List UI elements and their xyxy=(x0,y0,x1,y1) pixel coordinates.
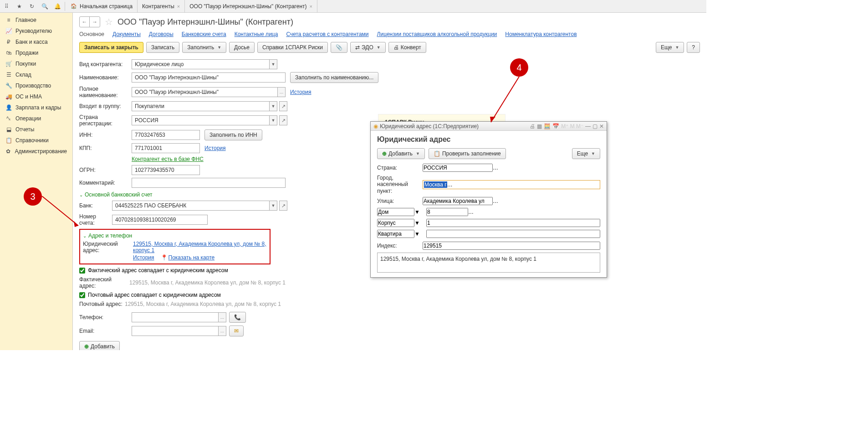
sidebar-item-operations[interactable]: ᴬₖОперации xyxy=(0,113,72,124)
ellipsis-icon[interactable]: … xyxy=(493,165,498,171)
history-link[interactable]: История xyxy=(204,145,226,151)
email-input[interactable] xyxy=(132,326,218,336)
subtab-licenses[interactable]: Лицензии поставщиков алкогольной продукц… xyxy=(377,31,497,37)
calc-icon[interactable]: 🧮 xyxy=(544,123,551,129)
sidebar-item-purchases[interactable]: 🛒Покупки xyxy=(0,58,72,69)
ellipsis-icon[interactable]: … xyxy=(218,312,226,322)
ellipsis-icon[interactable]: … xyxy=(218,326,226,336)
country-input[interactable] xyxy=(132,115,269,125)
print-icon[interactable]: 🖨 xyxy=(530,123,535,129)
name-input[interactable] xyxy=(132,72,286,83)
call-button[interactable]: 📞 xyxy=(229,312,246,323)
subtab-nomenclature[interactable]: Номенклатура контрагентов xyxy=(505,31,577,37)
minimize-icon[interactable]: — xyxy=(585,123,591,129)
address-section[interactable]: ⌄Адрес и телефон xyxy=(83,233,267,239)
tab-counterparties[interactable]: Контрагенты× xyxy=(138,0,185,13)
d-block-input[interactable] xyxy=(426,219,600,227)
ellipsis-icon[interactable]: … xyxy=(468,209,474,215)
envelope-button[interactable]: 🖨 Конверт xyxy=(388,42,426,53)
sidebar-item-production[interactable]: 🔧Производство xyxy=(0,80,72,91)
d-house-input[interactable] xyxy=(426,208,468,216)
account-input[interactable] xyxy=(112,215,208,225)
fact-same-checkbox[interactable] xyxy=(79,268,85,274)
sidebar-item-bank[interactable]: ₽Банк и касса xyxy=(0,36,72,47)
phone-input[interactable] xyxy=(132,312,218,322)
dialog-add-button[interactable]: ⊕ Добавить▼ xyxy=(377,148,425,159)
sidebar-item-admin[interactable]: ✿Администрирование xyxy=(0,146,72,157)
dropdown-icon[interactable]: ▼ xyxy=(269,201,277,211)
type-input[interactable] xyxy=(132,59,269,69)
subtab-settlements[interactable]: Счета расчетов с контрагентами xyxy=(286,31,368,37)
sidebar-item-hr[interactable]: 👤Зарплата и кадры xyxy=(0,102,72,113)
fns-link[interactable]: Контрагент есть в базе ФНС xyxy=(132,156,204,162)
ellipsis-icon[interactable]: … xyxy=(277,87,286,97)
history-link[interactable]: История xyxy=(290,89,311,95)
bank-input[interactable] xyxy=(112,201,269,211)
post-same-checkbox[interactable] xyxy=(79,292,85,298)
save-button[interactable]: Записать xyxy=(146,42,179,53)
d-country-input[interactable] xyxy=(423,164,493,172)
open-icon[interactable]: ↗ xyxy=(279,201,287,211)
d-flat-input[interactable] xyxy=(426,230,600,238)
nav-forward[interactable]: → xyxy=(90,17,100,27)
maximize-icon[interactable]: ▢ xyxy=(592,123,597,129)
close-icon[interactable]: × xyxy=(177,4,180,9)
d-house-type[interactable] xyxy=(377,208,414,216)
dialog-more-button[interactable]: Еще▼ xyxy=(572,148,600,159)
inn-input[interactable] xyxy=(132,130,200,140)
comment-input[interactable] xyxy=(132,178,286,188)
close-icon[interactable]: ✕ xyxy=(599,123,604,129)
fill-by-inn-button[interactable]: Заполнить по ИНН xyxy=(204,129,262,140)
open-icon[interactable]: ↗ xyxy=(279,115,287,125)
subtab-contracts[interactable]: Договоры xyxy=(149,31,174,37)
dropdown-icon[interactable]: ▼ xyxy=(414,220,420,226)
spark-button[interactable]: Справки 1СПАРК Риски xyxy=(257,42,328,53)
tab-current[interactable]: ООО "Пауэр Интернэшнл-Шины" (Контрагент)… xyxy=(185,0,317,13)
bell-icon[interactable]: 🔔 xyxy=(51,0,64,13)
subtab-docs[interactable]: Документы xyxy=(112,31,141,37)
nav-back[interactable]: ← xyxy=(80,17,90,27)
d-summary[interactable]: 129515, Москва г, Академика Королева ул,… xyxy=(377,253,600,273)
fill-by-name-button[interactable]: Заполнить по наименованию... xyxy=(290,72,378,83)
fullname-input[interactable] xyxy=(132,87,277,97)
sidebar-item-assets[interactable]: 🚚ОС и НМА xyxy=(0,91,72,102)
search-icon[interactable]: 🔍 xyxy=(38,0,51,13)
history-link[interactable]: История xyxy=(133,254,154,261)
mail-button[interactable]: ✉ xyxy=(229,326,244,336)
d-flat-type[interactable] xyxy=(377,230,414,238)
dossier-button[interactable]: Досье xyxy=(229,42,255,53)
sidebar-item-main[interactable]: ≡Главное xyxy=(0,15,72,26)
save-close-button[interactable]: Записать и закрыть xyxy=(79,42,143,53)
history-icon[interactable]: ↻ xyxy=(26,0,38,13)
ellipsis-icon[interactable]: … xyxy=(447,181,453,188)
dropdown-icon[interactable]: ▼ xyxy=(414,231,420,237)
tab-home[interactable]: 🏠Начальная страница xyxy=(66,0,138,13)
group-input[interactable] xyxy=(132,101,269,111)
sidebar-item-sales[interactable]: 🛍Продажи xyxy=(0,47,72,58)
help-button[interactable]: ? xyxy=(687,42,700,53)
dialog-check-button[interactable]: 📋 Проверить заполнение xyxy=(429,148,506,159)
d-street-input[interactable] xyxy=(423,197,493,205)
favorite-star-icon[interactable]: ☆ xyxy=(105,16,113,27)
sidebar-item-catalogs[interactable]: 📋Справочники xyxy=(0,135,72,146)
dropdown-icon[interactable]: ▼ xyxy=(414,209,420,215)
attach-button[interactable]: 📎 xyxy=(331,42,347,53)
star-icon[interactable]: ★ xyxy=(13,0,26,13)
subtab-main[interactable]: Основное xyxy=(79,31,104,37)
d-block-type[interactable] xyxy=(377,219,414,227)
d-zip-input[interactable] xyxy=(423,242,600,250)
open-icon[interactable]: ↗ xyxy=(279,101,287,111)
dropdown-icon[interactable]: ▼ xyxy=(269,115,277,125)
sidebar-item-manager[interactable]: 📈Руководителю xyxy=(0,26,72,36)
add-button[interactable]: ⊕ Добавить xyxy=(79,341,120,350)
ellipsis-icon[interactable]: … xyxy=(493,198,498,204)
close-icon[interactable]: × xyxy=(310,4,312,9)
calendar-icon[interactable]: 📅 xyxy=(552,123,559,129)
more-button[interactable]: Еще▼ xyxy=(656,42,684,53)
subtab-bank[interactable]: Банковские счета xyxy=(182,31,226,37)
fill-button[interactable]: Заполнить▼ xyxy=(182,42,226,53)
legal-addr-link[interactable]: 129515, Москва г, Академика Королева ул,… xyxy=(133,241,267,253)
dropdown-icon[interactable]: ▼ xyxy=(269,101,277,111)
sidebar-item-reports[interactable]: ⬓Отчеты xyxy=(0,124,72,135)
dropdown-icon[interactable]: ▼ xyxy=(269,59,277,69)
